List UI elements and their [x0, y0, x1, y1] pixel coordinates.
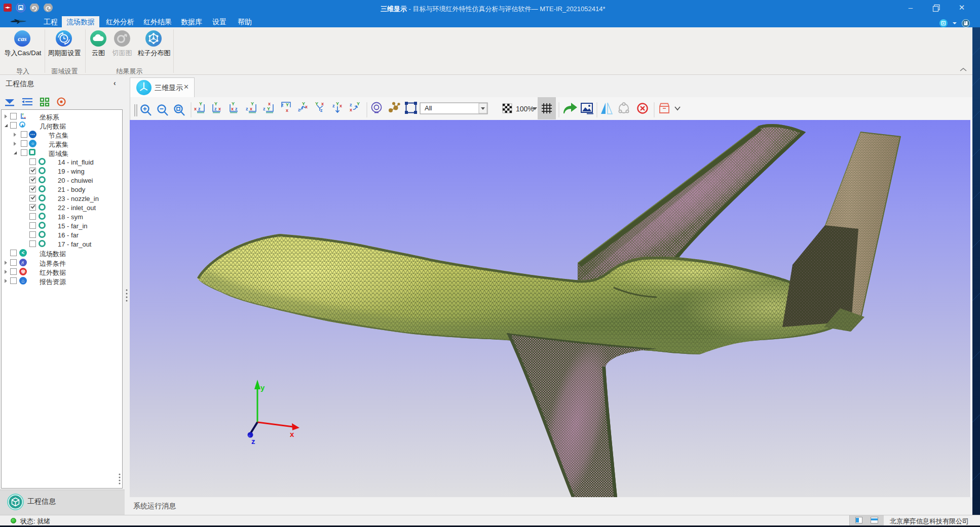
- svg-text:z: z: [198, 106, 201, 111]
- svg-text:z: z: [320, 108, 323, 113]
- svg-text:Y: Y: [336, 101, 339, 106]
- svg-text:Y: Y: [199, 101, 202, 106]
- svg-text:Y: Y: [286, 102, 289, 107]
- svg-text:z: z: [332, 103, 335, 108]
- svg-text:Y: Y: [267, 106, 270, 111]
- svg-text:x: x: [286, 108, 288, 113]
- svg-text:Y: Y: [357, 101, 360, 106]
- svg-text:x: x: [218, 106, 221, 111]
- svg-text:z: z: [246, 106, 248, 111]
- svg-text:Y: Y: [214, 101, 217, 106]
- svg-text:x: x: [250, 106, 252, 111]
- svg-text:z: z: [22, 115, 23, 118]
- svg-text:z: z: [235, 106, 238, 111]
- svg-text:x: x: [194, 106, 197, 111]
- svg-text:y: y: [260, 383, 265, 392]
- svg-text:x: x: [290, 430, 294, 438]
- svg-text:All: All: [425, 104, 432, 112]
- svg-text:Y: Y: [232, 101, 235, 106]
- svg-text:z: z: [298, 107, 300, 112]
- svg-text:x: x: [231, 106, 234, 111]
- svg-text:100%: 100%: [516, 105, 534, 113]
- svg-text:x: x: [305, 104, 308, 109]
- svg-text:z: z: [251, 437, 255, 445]
- svg-text:x: x: [350, 107, 352, 112]
- svg-text:cas: cas: [18, 35, 26, 43]
- svg-text:z: z: [263, 106, 266, 111]
- svg-text:x: x: [340, 103, 342, 108]
- svg-text:z: z: [214, 106, 217, 111]
- svg-text:x: x: [268, 101, 271, 106]
- svg-text:z: z: [350, 102, 352, 107]
- svg-text:Y: Y: [251, 101, 254, 106]
